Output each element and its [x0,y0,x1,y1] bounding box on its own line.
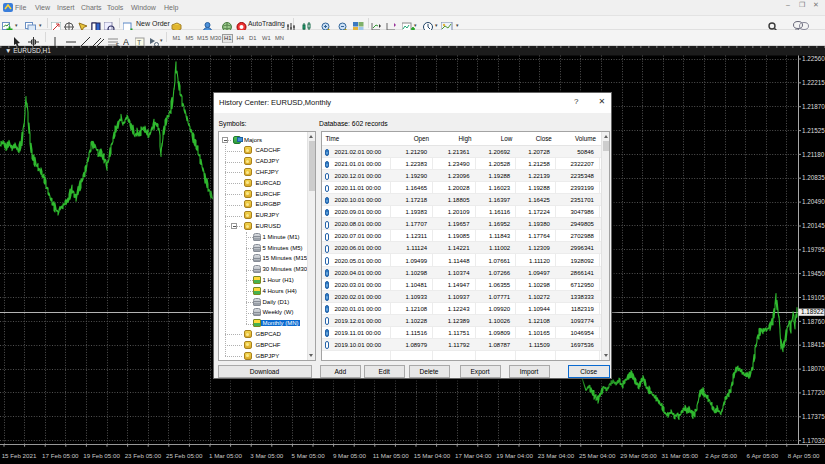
svg-text:23 Mar 04:00: 23 Mar 04:00 [538,452,575,459]
svg-text:29 Mar 05:00: 29 Mar 05:00 [620,452,657,459]
svg-text:3 Mar 05:00: 3 Mar 05:00 [250,452,284,459]
svg-text:1.21870: 1.21870 [802,103,825,110]
svg-text:1.19450: 1.19450 [802,270,825,277]
svg-text:1.22560: 1.22560 [802,55,825,62]
svg-text:▼ EURUSD,H1: ▼ EURUSD,H1 [5,47,51,54]
svg-text:1.20145: 1.20145 [802,222,825,229]
svg-text:1.20835: 1.20835 [802,174,825,181]
svg-text:1.21180: 1.21180 [802,151,825,158]
svg-text:1 Mar 05:00: 1 Mar 05:00 [209,452,243,459]
svg-text:1.17375: 1.17375 [802,413,825,420]
svg-text:31 Mar 05:00: 31 Mar 05:00 [662,452,699,459]
svg-text:9 Mar 05:00: 9 Mar 05:00 [333,452,367,459]
svg-text:5 Mar 05:00: 5 Mar 05:00 [292,452,326,459]
svg-text:1.17030: 1.17030 [802,437,825,444]
svg-text:1.18922: 1.18922 [801,308,824,315]
svg-text:1.18070: 1.18070 [802,365,825,372]
svg-text:1.22215: 1.22215 [802,79,825,86]
svg-text:2 Apr 05:00: 2 Apr 05:00 [705,452,737,459]
svg-text:15 Feb 2021: 15 Feb 2021 [2,452,37,459]
svg-text:6 Apr 05:00: 6 Apr 05:00 [747,452,779,459]
svg-text:17 Mar 04:00: 17 Mar 04:00 [455,452,492,459]
svg-text:25 Mar 04:00: 25 Mar 04:00 [579,452,616,459]
svg-text:1.18415: 1.18415 [802,341,825,348]
svg-text:1.18760: 1.18760 [802,318,825,325]
svg-text:19 Mar 04:00: 19 Mar 04:00 [496,452,533,459]
svg-text:23 Feb 05:00: 23 Feb 05:00 [125,452,162,459]
svg-text:25 Feb 05:00: 25 Feb 05:00 [166,452,203,459]
svg-text:17 Feb 05:00: 17 Feb 05:00 [42,452,79,459]
svg-text:1.17720: 1.17720 [802,389,825,396]
svg-text:1.19105: 1.19105 [802,294,825,301]
svg-text:19 Feb 05:00: 19 Feb 05:00 [83,452,120,459]
svg-text:T: T [137,39,142,46]
svg-text:11 Mar 05:00: 11 Mar 05:00 [373,452,410,459]
svg-text:1.20490: 1.20490 [802,198,825,205]
svg-text:15 Mar 04:00: 15 Mar 04:00 [414,452,451,459]
svg-text:1.19795: 1.19795 [802,246,825,253]
svg-text:8 Apr 05:00: 8 Apr 05:00 [788,452,820,459]
svg-text:1.21525: 1.21525 [802,127,825,134]
